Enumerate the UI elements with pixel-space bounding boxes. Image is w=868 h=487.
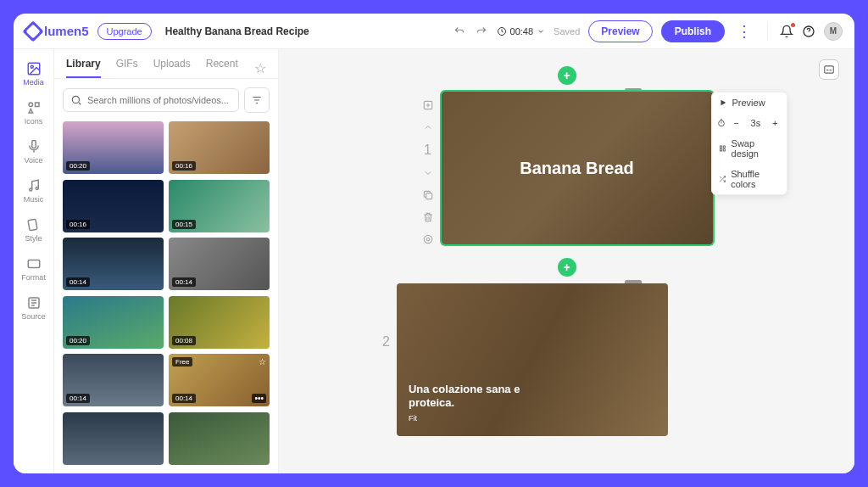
siderail: Media Icons Voice Music Style Format Sou… bbox=[14, 49, 54, 473]
filter-button[interactable] bbox=[244, 87, 270, 113]
mic-icon bbox=[26, 139, 42, 154]
svg-rect-22 bbox=[723, 149, 725, 151]
tab-favorites-icon[interactable]: ☆ bbox=[254, 60, 266, 76]
notifications-icon[interactable] bbox=[780, 25, 793, 38]
siderail-item-media[interactable]: Media bbox=[14, 54, 53, 93]
thumb-duration: 00:14 bbox=[172, 394, 196, 403]
svg-rect-15 bbox=[426, 193, 431, 199]
media-thumb[interactable]: 00:20 bbox=[63, 121, 164, 174]
music-icon bbox=[26, 178, 42, 193]
tab-uploads[interactable]: Uploads bbox=[153, 58, 191, 78]
move-down-icon[interactable] bbox=[421, 166, 435, 180]
scene-2[interactable]: Una colazione sana e proteica.Fit bbox=[397, 283, 668, 436]
media-thumb[interactable]: 00:16 bbox=[63, 180, 164, 232]
thumb-duration: 00:16 bbox=[172, 161, 196, 171]
add-scene-mid[interactable]: + bbox=[558, 258, 576, 277]
delete-icon[interactable] bbox=[421, 210, 435, 224]
thumb-duration: 00:20 bbox=[66, 161, 90, 171]
thumb-duration: 00:20 bbox=[66, 336, 90, 345]
more-options-icon[interactable]: ⋮ bbox=[733, 22, 755, 41]
app-window: lumen5 Upgrade Healthy Banana Bread Reci… bbox=[14, 14, 854, 473]
media-thumb[interactable]: 00:20 bbox=[63, 296, 164, 349]
publish-button[interactable]: Publish bbox=[661, 20, 725, 42]
svg-rect-9 bbox=[28, 219, 37, 230]
help-icon[interactable] bbox=[802, 25, 815, 38]
duration-display[interactable]: 00:48 bbox=[497, 26, 546, 36]
subtitle-icon[interactable] bbox=[819, 59, 839, 80]
media-thumb[interactable]: 00:14Free☆••• bbox=[169, 354, 270, 406]
thumb-more-icon[interactable]: ••• bbox=[252, 394, 266, 403]
redo-icon[interactable] bbox=[475, 25, 488, 38]
logo-icon bbox=[22, 20, 43, 42]
duration-plus[interactable]: + bbox=[769, 118, 781, 128]
svg-rect-5 bbox=[35, 103, 39, 107]
media-thumb[interactable] bbox=[63, 412, 164, 465]
media-thumb[interactable]: 00:16 bbox=[169, 121, 270, 174]
thumb-duration: 00:14 bbox=[172, 277, 196, 287]
media-thumb[interactable]: 00:14 bbox=[169, 238, 270, 290]
svg-rect-21 bbox=[720, 149, 721, 151]
tab-gifs[interactable]: GIFs bbox=[116, 58, 138, 78]
scene-1[interactable]: Banana Bread bbox=[442, 92, 713, 244]
siderail-item-style[interactable]: Style bbox=[14, 210, 53, 249]
siderail-item-voice[interactable]: Voice bbox=[14, 132, 53, 171]
thumb-duration: 00:14 bbox=[66, 394, 90, 403]
duration-value: 3s bbox=[748, 118, 765, 128]
grid-icon bbox=[719, 144, 726, 153]
siderail-item-format[interactable]: Format bbox=[14, 249, 53, 288]
scene-1-text[interactable]: Banana Bread bbox=[520, 159, 634, 178]
siderail-item-icons[interactable]: Icons bbox=[14, 93, 53, 132]
thumb-duration: 00:14 bbox=[66, 277, 90, 287]
move-up-icon[interactable] bbox=[421, 120, 435, 134]
search-input[interactable] bbox=[87, 95, 231, 105]
preview-button[interactable]: Preview bbox=[588, 20, 652, 42]
scene-tools: 1 bbox=[421, 92, 435, 246]
undo-icon[interactable] bbox=[453, 25, 466, 38]
media-thumb[interactable]: 00:14 bbox=[63, 354, 164, 406]
scene-tools-2: 2 bbox=[382, 283, 390, 350]
add-scene-top[interactable]: + bbox=[558, 66, 576, 85]
project-title[interactable]: Healthy Banana Bread Recipe bbox=[165, 25, 309, 37]
duration-minus[interactable]: − bbox=[730, 118, 742, 128]
tab-recent[interactable]: Recent bbox=[206, 58, 238, 78]
svg-rect-6 bbox=[31, 141, 36, 148]
tab-library[interactable]: Library bbox=[66, 58, 101, 78]
svg-point-8 bbox=[36, 188, 38, 190]
upgrade-button[interactable]: Upgrade bbox=[97, 23, 152, 40]
scene-2-text[interactable]: Una colazione sana e proteica.Fit bbox=[409, 383, 544, 424]
chevron-down-icon bbox=[537, 27, 545, 36]
siderail-item-source[interactable]: Source bbox=[14, 288, 53, 327]
svg-point-12 bbox=[72, 96, 79, 103]
saved-status: Saved bbox=[554, 26, 580, 36]
scene-context-menu: Preview − 3s + Swap design Shuffle color… bbox=[711, 92, 787, 195]
search-input-wrapper[interactable] bbox=[63, 88, 239, 112]
svg-rect-20 bbox=[723, 146, 725, 148]
divider bbox=[767, 22, 768, 41]
media-thumb[interactable] bbox=[169, 412, 270, 465]
ctx-shuffle[interactable]: Shuffle colors bbox=[712, 164, 787, 194]
main-body: Media Icons Voice Music Style Format Sou… bbox=[14, 49, 854, 473]
target-icon[interactable] bbox=[421, 232, 435, 246]
ctx-duration: − 3s + bbox=[712, 113, 787, 133]
source-icon bbox=[26, 295, 42, 311]
media-thumb[interactable]: 00:08 bbox=[169, 296, 270, 349]
copy-icon[interactable] bbox=[421, 188, 435, 202]
svg-point-3 bbox=[31, 65, 33, 68]
ctx-swap[interactable]: Swap design bbox=[712, 133, 787, 164]
media-thumb[interactable]: 00:15 bbox=[169, 180, 270, 232]
topbar: lumen5 Upgrade Healthy Banana Bread Reci… bbox=[14, 14, 854, 49]
svg-point-7 bbox=[29, 188, 31, 191]
add-text-icon[interactable] bbox=[421, 98, 435, 112]
siderail-item-music[interactable]: Music bbox=[14, 171, 53, 210]
user-avatar[interactable]: M bbox=[824, 22, 843, 41]
filter-icon bbox=[251, 94, 263, 106]
shuffle-icon bbox=[719, 175, 726, 183]
logo[interactable]: lumen5 bbox=[25, 24, 89, 39]
scene-number-1: 1 bbox=[424, 143, 431, 158]
thumb-star-icon[interactable]: ☆ bbox=[259, 357, 266, 367]
canvas: + AR 1 Banana Bread bbox=[279, 49, 854, 473]
media-thumb[interactable]: 00:14 bbox=[63, 238, 164, 290]
scene-number-2: 2 bbox=[382, 334, 390, 350]
ctx-preview[interactable]: Preview bbox=[712, 92, 787, 113]
search-icon bbox=[70, 94, 82, 106]
